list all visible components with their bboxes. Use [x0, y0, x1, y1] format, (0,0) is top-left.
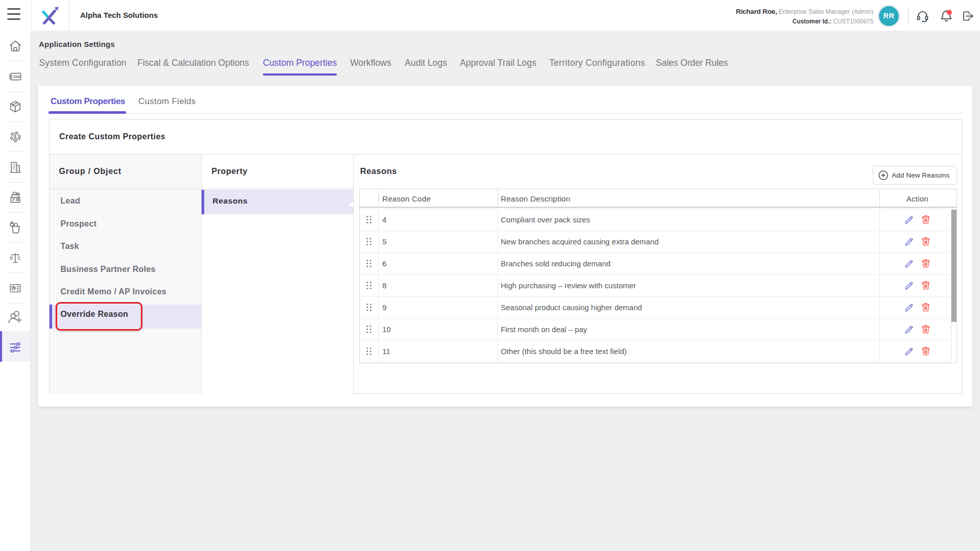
- svg-text:CRM: CRM: [13, 74, 21, 78]
- svg-text:D: D: [10, 256, 13, 261]
- svg-text:C: C: [17, 256, 20, 261]
- svg-text:$: $: [14, 134, 17, 140]
